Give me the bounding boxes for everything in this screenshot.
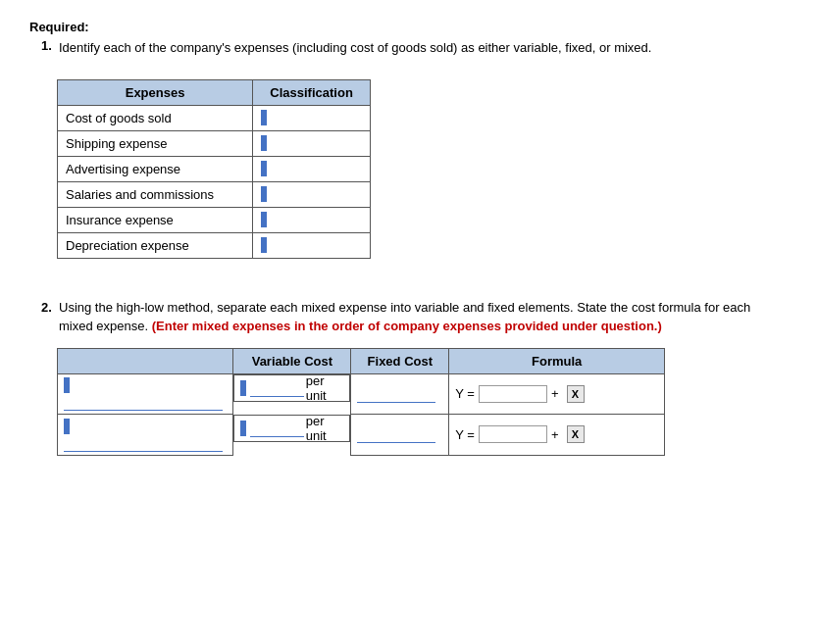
- table1-row: Depreciation expense: [58, 232, 371, 258]
- vc-indicator-icon: [240, 421, 245, 436]
- x-button[interactable]: X: [567, 425, 585, 443]
- cell-indicator-icon: [261, 186, 267, 202]
- classification-cell[interactable]: [253, 232, 371, 258]
- cell-indicator-icon: [261, 212, 267, 227]
- classification-input[interactable]: [269, 237, 360, 252]
- name-indicator-icon: [64, 377, 70, 393]
- col-name-header: [58, 348, 233, 373]
- table1-row: Salaries and commissions: [58, 181, 371, 207]
- classification-input[interactable]: [269, 110, 360, 124]
- per-unit-label: per unit: [306, 373, 344, 403]
- per-unit-label: per unit: [306, 414, 344, 443]
- classification-cell[interactable]: [253, 156, 371, 181]
- y-equals-label: Y =: [455, 427, 475, 442]
- variable-cost-cell[interactable]: per unit: [233, 374, 350, 402]
- classification-input[interactable]: [269, 212, 360, 226]
- classification-cell[interactable]: [253, 105, 371, 130]
- mixed-expense-name-input[interactable]: [64, 434, 223, 452]
- required-label: Required:: [29, 20, 788, 34]
- col-expenses-header: Expenses: [58, 79, 253, 105]
- variable-cost-cell[interactable]: per unit: [233, 415, 350, 442]
- fixed-cost-cell[interactable]: [351, 415, 449, 456]
- col-fc-header: Fixed Cost: [351, 348, 449, 373]
- table1-row: Cost of goods sold: [58, 105, 371, 130]
- expense-name-cell: Depreciation expense: [58, 232, 253, 258]
- col-vc-header: Variable Cost: [233, 348, 351, 373]
- variable-cost-input[interactable]: [250, 379, 304, 397]
- col-formula-header: Formula: [449, 348, 665, 373]
- cell-indicator-icon: [261, 237, 267, 253]
- question2-text-highlight: (Enter mixed expenses in the order of co…: [152, 319, 662, 333]
- table1-row: Advertising expense: [58, 156, 371, 181]
- formula-cell: Y =+X: [449, 373, 665, 415]
- fixed-cost-input[interactable]: [357, 425, 435, 443]
- question1-text: Identify each of the company's expenses …: [59, 38, 651, 58]
- cell-indicator-icon: [261, 161, 267, 176]
- plus-label: +: [551, 386, 559, 401]
- expense-name-cell: Advertising expense: [58, 156, 253, 181]
- expense-name-cell: Salaries and commissions: [58, 181, 253, 207]
- table2-row: per unitY =+X: [58, 373, 665, 415]
- mixed-expense-name-cell[interactable]: [58, 415, 233, 456]
- cell-indicator-icon: [261, 135, 267, 151]
- expenses-classification-table: Expenses Classification Cost of goods so…: [57, 79, 371, 259]
- classification-input[interactable]: [269, 161, 360, 175]
- formula-value-input[interactable]: [479, 385, 547, 403]
- y-equals-label: Y =: [455, 386, 475, 401]
- high-low-table: Variable Cost Fixed Cost Formula per uni…: [57, 348, 665, 456]
- mixed-expense-name-input[interactable]: [64, 393, 223, 411]
- variable-cost-input[interactable]: [250, 420, 304, 437]
- fixed-cost-cell[interactable]: [351, 373, 449, 415]
- classification-input[interactable]: [269, 186, 360, 201]
- formula-cell: Y =+X: [449, 415, 665, 456]
- expense-name-cell: Insurance expense: [58, 207, 253, 232]
- classification-cell[interactable]: [253, 181, 371, 207]
- classification-cell[interactable]: [253, 207, 371, 232]
- cell-indicator-icon: [261, 110, 267, 125]
- table2-row: per unitY =+X: [58, 415, 665, 456]
- question1-number: 1.: [41, 38, 55, 72]
- question2-number: 2.: [41, 298, 55, 336]
- classification-input[interactable]: [269, 135, 360, 150]
- plus-label: +: [551, 427, 559, 442]
- name-indicator-icon: [64, 419, 70, 434]
- table1-row: Insurance expense: [58, 207, 371, 232]
- expense-name-cell: Cost of goods sold: [58, 105, 253, 130]
- vc-indicator-icon: [240, 380, 245, 396]
- mixed-expense-name-cell[interactable]: [58, 373, 233, 415]
- table1-row: Shipping expense: [58, 130, 371, 156]
- col-classification-header: Classification: [253, 79, 371, 105]
- expense-name-cell: Shipping expense: [58, 130, 253, 156]
- classification-cell[interactable]: [253, 130, 371, 156]
- fixed-cost-input[interactable]: [357, 385, 435, 403]
- formula-value-input[interactable]: [479, 425, 547, 443]
- x-button[interactable]: X: [567, 385, 585, 403]
